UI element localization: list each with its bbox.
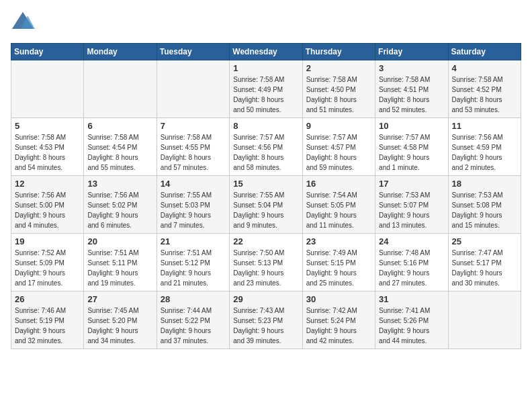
calendar-cell: 9Sunrise: 7:57 AM Sunset: 4:57 PM Daylig…: [302, 118, 375, 176]
calendar-cell: 29Sunrise: 7:43 AM Sunset: 5:23 PM Dayli…: [230, 291, 302, 349]
calendar-cell: 24Sunrise: 7:48 AM Sunset: 5:16 PM Dayli…: [375, 234, 448, 291]
day-info: Sunrise: 7:56 AM Sunset: 5:02 PM Dayligh…: [87, 190, 152, 230]
day-info: Sunrise: 7:57 AM Sunset: 4:57 PM Dayligh…: [306, 132, 371, 173]
calendar-cell: 31Sunrise: 7:41 AM Sunset: 5:26 PM Dayli…: [375, 291, 448, 349]
day-info: Sunrise: 7:55 AM Sunset: 5:03 PM Dayligh…: [161, 190, 226, 230]
calendar-cell: [157, 60, 229, 118]
day-number: 8: [233, 121, 298, 131]
day-info: Sunrise: 7:56 AM Sunset: 5:00 PM Dayligh…: [15, 190, 80, 230]
calendar-cell: 19Sunrise: 7:52 AM Sunset: 5:09 PM Dayli…: [11, 234, 84, 291]
day-number: 9: [306, 121, 371, 131]
day-info: Sunrise: 7:52 AM Sunset: 5:09 PM Dayligh…: [15, 248, 80, 288]
day-info: Sunrise: 7:58 AM Sunset: 4:49 PM Dayligh…: [233, 75, 298, 115]
week-row-4: 19Sunrise: 7:52 AM Sunset: 5:09 PM Dayli…: [11, 234, 521, 291]
day-info: Sunrise: 7:54 AM Sunset: 5:05 PM Dayligh…: [306, 190, 371, 230]
header-day-sunday: Sunday: [11, 44, 84, 60]
header-day-saturday: Saturday: [448, 44, 521, 60]
day-info: Sunrise: 7:44 AM Sunset: 5:22 PM Dayligh…: [161, 306, 226, 346]
day-number: 3: [379, 63, 444, 73]
header-day-tuesday: Tuesday: [157, 44, 229, 60]
day-info: Sunrise: 7:53 AM Sunset: 5:07 PM Dayligh…: [379, 190, 444, 230]
day-info: Sunrise: 7:45 AM Sunset: 5:20 PM Dayligh…: [87, 306, 152, 346]
day-number: 11: [452, 121, 517, 131]
day-info: Sunrise: 7:57 AM Sunset: 4:58 PM Dayligh…: [379, 132, 444, 173]
day-number: 2: [306, 63, 371, 73]
calendar-cell: 18Sunrise: 7:53 AM Sunset: 5:08 PM Dayli…: [448, 176, 521, 234]
logo-icon: [11, 11, 35, 35]
week-row-5: 26Sunrise: 7:46 AM Sunset: 5:19 PM Dayli…: [11, 291, 521, 349]
calendar-cell: 12Sunrise: 7:56 AM Sunset: 5:00 PM Dayli…: [11, 176, 84, 234]
header-day-thursday: Thursday: [302, 44, 375, 60]
day-info: Sunrise: 7:55 AM Sunset: 5:04 PM Dayligh…: [233, 190, 298, 230]
day-info: Sunrise: 7:58 AM Sunset: 4:50 PM Dayligh…: [306, 75, 371, 115]
day-number: 10: [379, 121, 444, 131]
page-header: [11, 11, 521, 35]
calendar-cell: 3Sunrise: 7:58 AM Sunset: 4:51 PM Daylig…: [375, 60, 448, 118]
calendar-cell: 22Sunrise: 7:50 AM Sunset: 5:13 PM Dayli…: [230, 234, 302, 291]
calendar-table: SundayMondayTuesdayWednesdayThursdayFrid…: [11, 43, 521, 349]
calendar-cell: 10Sunrise: 7:57 AM Sunset: 4:58 PM Dayli…: [375, 118, 448, 176]
day-number: 21: [161, 236, 226, 246]
day-number: 22: [233, 236, 298, 246]
day-info: Sunrise: 7:42 AM Sunset: 5:24 PM Dayligh…: [306, 306, 371, 346]
calendar-cell: 23Sunrise: 7:49 AM Sunset: 5:15 PM Dayli…: [302, 234, 375, 291]
day-info: Sunrise: 7:56 AM Sunset: 4:59 PM Dayligh…: [452, 132, 517, 173]
day-info: Sunrise: 7:49 AM Sunset: 5:15 PM Dayligh…: [306, 248, 371, 288]
day-number: 24: [379, 236, 444, 246]
day-number: 29: [233, 294, 298, 304]
day-number: 14: [161, 179, 226, 189]
day-info: Sunrise: 7:53 AM Sunset: 5:08 PM Dayligh…: [452, 190, 517, 230]
day-number: 20: [87, 236, 152, 246]
day-info: Sunrise: 7:48 AM Sunset: 5:16 PM Dayligh…: [379, 248, 444, 288]
header-day-monday: Monday: [84, 44, 157, 60]
calendar-cell: 11Sunrise: 7:56 AM Sunset: 4:59 PM Dayli…: [448, 118, 521, 176]
calendar-cell: 5Sunrise: 7:58 AM Sunset: 4:53 PM Daylig…: [11, 118, 84, 176]
day-info: Sunrise: 7:50 AM Sunset: 5:13 PM Dayligh…: [233, 248, 298, 288]
day-number: 5: [15, 121, 80, 131]
day-info: Sunrise: 7:51 AM Sunset: 5:12 PM Dayligh…: [161, 248, 226, 288]
logo: [11, 11, 38, 35]
calendar-header-row: SundayMondayTuesdayWednesdayThursdayFrid…: [11, 44, 521, 60]
week-row-2: 5Sunrise: 7:58 AM Sunset: 4:53 PM Daylig…: [11, 118, 521, 176]
day-info: Sunrise: 7:51 AM Sunset: 5:11 PM Dayligh…: [87, 248, 152, 288]
day-number: 27: [87, 294, 152, 304]
day-number: 7: [161, 121, 226, 131]
calendar-cell: 4Sunrise: 7:58 AM Sunset: 4:52 PM Daylig…: [448, 60, 521, 118]
day-info: Sunrise: 7:58 AM Sunset: 4:51 PM Dayligh…: [379, 75, 444, 115]
day-number: 1: [233, 63, 298, 73]
calendar-cell: [11, 60, 84, 118]
day-info: Sunrise: 7:47 AM Sunset: 5:17 PM Dayligh…: [452, 248, 517, 288]
calendar-cell: 30Sunrise: 7:42 AM Sunset: 5:24 PM Dayli…: [302, 291, 375, 349]
day-number: 25: [452, 236, 517, 246]
calendar-cell: 1Sunrise: 7:58 AM Sunset: 4:49 PM Daylig…: [230, 60, 302, 118]
header-day-friday: Friday: [375, 44, 448, 60]
day-number: 15: [233, 179, 298, 189]
calendar-cell: 20Sunrise: 7:51 AM Sunset: 5:11 PM Dayli…: [84, 234, 157, 291]
calendar-cell: 13Sunrise: 7:56 AM Sunset: 5:02 PM Dayli…: [84, 176, 157, 234]
header-day-wednesday: Wednesday: [230, 44, 302, 60]
day-info: Sunrise: 7:58 AM Sunset: 4:52 PM Dayligh…: [452, 75, 517, 115]
week-row-1: 1Sunrise: 7:58 AM Sunset: 4:49 PM Daylig…: [11, 60, 521, 118]
calendar-cell: 14Sunrise: 7:55 AM Sunset: 5:03 PM Dayli…: [157, 176, 229, 234]
calendar-cell: [84, 60, 157, 118]
day-info: Sunrise: 7:58 AM Sunset: 4:55 PM Dayligh…: [161, 132, 226, 173]
day-info: Sunrise: 7:58 AM Sunset: 4:53 PM Dayligh…: [15, 132, 80, 173]
calendar-cell: 16Sunrise: 7:54 AM Sunset: 5:05 PM Dayli…: [302, 176, 375, 234]
day-number: 26: [15, 294, 80, 304]
calendar-cell: 25Sunrise: 7:47 AM Sunset: 5:17 PM Dayli…: [448, 234, 521, 291]
calendar-cell: 27Sunrise: 7:45 AM Sunset: 5:20 PM Dayli…: [84, 291, 157, 349]
day-number: 4: [452, 63, 517, 73]
calendar-cell: [448, 291, 521, 349]
week-row-3: 12Sunrise: 7:56 AM Sunset: 5:00 PM Dayli…: [11, 176, 521, 234]
day-number: 13: [87, 179, 152, 189]
day-number: 31: [379, 294, 444, 304]
day-number: 19: [15, 236, 80, 246]
calendar-cell: 6Sunrise: 7:58 AM Sunset: 4:54 PM Daylig…: [84, 118, 157, 176]
day-info: Sunrise: 7:41 AM Sunset: 5:26 PM Dayligh…: [379, 306, 444, 346]
day-number: 23: [306, 236, 371, 246]
day-info: Sunrise: 7:58 AM Sunset: 4:54 PM Dayligh…: [87, 132, 152, 173]
day-number: 17: [379, 179, 444, 189]
day-number: 30: [306, 294, 371, 304]
day-info: Sunrise: 7:43 AM Sunset: 5:23 PM Dayligh…: [233, 306, 298, 346]
day-info: Sunrise: 7:57 AM Sunset: 4:56 PM Dayligh…: [233, 132, 298, 173]
